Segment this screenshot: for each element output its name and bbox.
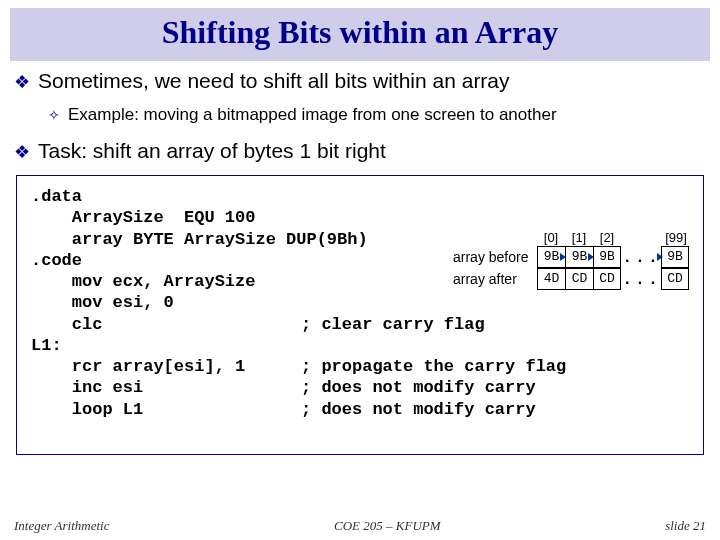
code-l6: mov esi, 0 — [31, 292, 693, 313]
arrow-icon — [560, 253, 566, 261]
code-c10: ; does not modify carry — [301, 377, 536, 398]
array-after-row: array after 4D CD CD . . . CD — [453, 268, 691, 290]
code-l11: loop L1 — [31, 399, 301, 420]
sub-bullet-1-text: Example: moving a bitmapped image from o… — [68, 105, 557, 125]
code-l9: rcr array[esi], 1 — [31, 356, 301, 377]
slide-content: ❖ Sometimes, we need to shift all bits w… — [0, 69, 720, 455]
arrow-icon — [588, 253, 594, 261]
slide-title-bar: Shifting Bits within an Array — [10, 8, 710, 61]
code-box: .data ArraySize EQU 100 array BYTE Array… — [16, 175, 704, 455]
dots-after: . . . — [621, 269, 661, 289]
bullet-1: ❖ Sometimes, we need to shift all bits w… — [14, 69, 706, 95]
slide-footer: Integer Arithmetic COE 205 – KFUPM slide… — [0, 518, 720, 534]
sub-bullet-1: ✧ Example: moving a bitmapped image from… — [48, 105, 706, 125]
sub-bullet-icon: ✧ — [48, 105, 60, 125]
after-2: CD — [593, 268, 621, 290]
array-before-row: array before 9B 9B 9B . . . 9B — [453, 246, 691, 268]
idx-99: [99] — [661, 230, 691, 246]
idx-1: [1] — [565, 230, 593, 246]
code-l10: inc esi — [31, 377, 301, 398]
before-2: 9B — [593, 246, 621, 268]
code-l8: L1: — [31, 335, 693, 356]
code-c9: ; propagate the carry flag — [301, 356, 566, 377]
index-row: [0] [1] [2] [99] — [537, 230, 691, 246]
bullet-1-text: Sometimes, we need to shift all bits wit… — [38, 69, 510, 93]
after-0: 4D — [537, 268, 565, 290]
label-after: array after — [453, 271, 537, 289]
code-c7: ; clear carry flag — [301, 314, 485, 335]
dots-before: . . . — [621, 247, 661, 267]
footer-mid: COE 205 – KFUPM — [109, 518, 665, 534]
footer-right: slide 21 — [665, 518, 706, 534]
after-99: CD — [661, 268, 689, 290]
code-c11: ; does not modify carry — [301, 399, 536, 420]
bullet-icon: ❖ — [14, 139, 30, 165]
arrow-icon — [657, 253, 663, 261]
bullet-2: ❖ Task: shift an array of bytes 1 bit ri… — [14, 139, 706, 165]
idx-2: [2] — [593, 230, 621, 246]
code-l1: .data — [31, 186, 693, 207]
after-1: CD — [565, 268, 593, 290]
code-l7: clc — [31, 314, 301, 335]
label-before: array before — [453, 249, 537, 267]
footer-left: Integer Arithmetic — [14, 518, 109, 534]
idx-0: [0] — [537, 230, 565, 246]
bullet-icon: ❖ — [14, 69, 30, 95]
before-99: 9B — [661, 246, 689, 268]
code-l2: ArraySize EQU 100 — [31, 207, 693, 228]
array-diagram: [0] [1] [2] [99] array before 9B 9B 9B .… — [453, 230, 691, 290]
bullet-2-text: Task: shift an array of bytes 1 bit righ… — [38, 139, 386, 163]
slide-title: Shifting Bits within an Array — [10, 14, 710, 51]
